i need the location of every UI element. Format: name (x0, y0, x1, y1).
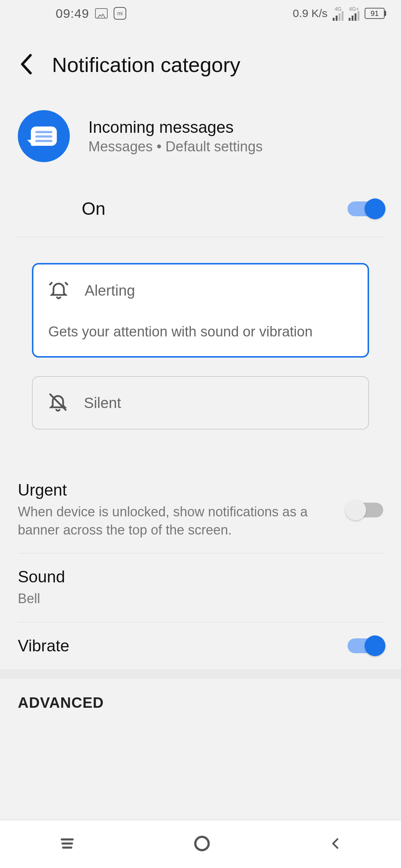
silent-title: Silent (84, 395, 121, 411)
sound-title: Sound (18, 568, 65, 586)
vibrate-title: Vibrate (18, 637, 69, 655)
silent-card[interactable]: Silent (32, 376, 369, 430)
page-header: Notification category (0, 27, 401, 95)
net-speed: 0.9 K/s (293, 7, 327, 20)
signal-1: 4G (333, 6, 343, 21)
recents-icon[interactable] (59, 835, 75, 853)
master-switch-label: On (82, 198, 105, 219)
mi-icon: mi (114, 7, 126, 20)
page-title: Notification category (52, 53, 240, 77)
urgent-toggle[interactable] (348, 503, 383, 517)
status-left: 09:49 mi (56, 6, 126, 21)
back-icon[interactable] (19, 53, 33, 77)
svg-point-4 (195, 837, 209, 850)
system-nav-bar (0, 820, 401, 868)
vibrate-toggle[interactable] (348, 638, 383, 653)
channel-subtitle: Messages • Default settings (88, 139, 263, 155)
section-gap (0, 669, 401, 679)
settings-list: Urgent When device is unlocked, show not… (0, 441, 401, 669)
sound-row[interactable]: Sound Bell (0, 553, 401, 622)
app-info-row[interactable]: Incoming messages Messages • Default set… (0, 95, 401, 181)
bell-ring-icon (48, 279, 69, 302)
advanced-label: ADVANCED (18, 694, 104, 711)
urgent-desc: When device is unlocked, show notificati… (18, 503, 322, 539)
alerting-card[interactable]: Alerting Gets your attention with sound … (32, 263, 369, 358)
bell-off-icon (48, 392, 68, 414)
urgent-title: Urgent (18, 481, 322, 499)
messages-app-icon (18, 110, 70, 162)
alerting-title: Alerting (85, 282, 135, 299)
home-icon[interactable] (193, 835, 211, 854)
behavior-cards: Alerting Gets your attention with sound … (0, 237, 401, 441)
signal-2: 4G+ (349, 6, 359, 21)
vibrate-row[interactable]: Vibrate (0, 622, 401, 669)
channel-title: Incoming messages (88, 118, 263, 137)
status-time: 09:49 (56, 6, 89, 21)
status-right: 0.9 K/s 4G 4G+ 91 (293, 6, 386, 21)
master-switch-toggle[interactable] (348, 201, 383, 216)
back-nav-icon[interactable] (329, 835, 342, 853)
alerting-desc: Gets your attention with sound or vibrat… (48, 322, 353, 341)
battery-indicator: 91 (365, 8, 386, 19)
advanced-section: ADVANCED (0, 679, 401, 711)
gallery-icon (95, 8, 108, 19)
status-bar: 09:49 mi 0.9 K/s 4G 4G+ 91 (0, 0, 401, 27)
master-switch-row[interactable]: On (0, 181, 401, 237)
urgent-row[interactable]: Urgent When device is unlocked, show not… (0, 467, 401, 553)
sound-value: Bell (18, 590, 65, 608)
